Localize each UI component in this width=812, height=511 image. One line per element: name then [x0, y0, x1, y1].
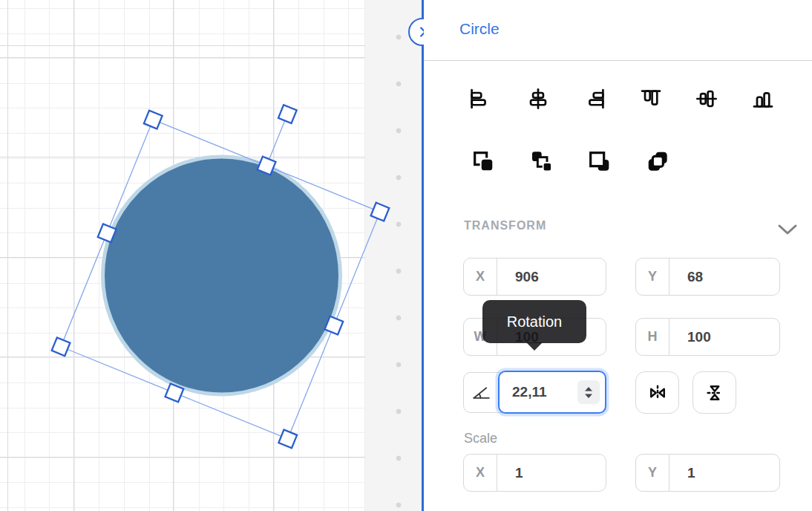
align-middle-vertical-button[interactable] [695, 87, 718, 111]
rotation-tooltip-text: Rotation [507, 313, 563, 331]
format-panel: Circle [424, 0, 812, 511]
tooltip-arrow [526, 342, 543, 351]
align-top-icon [639, 87, 663, 111]
panel-resize-strip[interactable] [365, 0, 422, 511]
y-position-field[interactable]: Y 68 [635, 258, 780, 296]
to-front-icon [471, 149, 495, 173]
x-label: X [464, 258, 497, 295]
scale-x-label: X [464, 455, 497, 491]
x-value[interactable]: 906 [497, 258, 606, 295]
drawing-canvas[interactable] [0, 0, 365, 511]
align-bottom-icon [751, 87, 775, 111]
scale-x-value[interactable]: 1 [497, 455, 606, 491]
height-value[interactable]: 100 [669, 319, 779, 355]
scale-y-value[interactable]: 1 [669, 455, 779, 491]
collapse-section-button[interactable] [776, 223, 799, 236]
flip-vertical-icon [704, 383, 725, 403]
height-label: H [636, 319, 669, 355]
scale-label: Scale [464, 431, 497, 446]
header-divider [424, 60, 812, 61]
stepper-arrows-icon [584, 386, 593, 399]
align-middle-vertical-icon [695, 87, 718, 111]
scale-y-label: Y [636, 455, 669, 491]
move-backward-icon [646, 149, 669, 173]
align-center-horizontal-button[interactable] [526, 87, 550, 111]
rotation-value[interactable]: 22,11 [500, 384, 577, 400]
y-value[interactable]: 68 [669, 258, 779, 295]
angle-icon [464, 373, 499, 412]
align-right-icon [583, 87, 607, 111]
align-center-horizontal-icon [526, 87, 550, 111]
flip-vertical-button[interactable] [693, 371, 736, 414]
y-label: Y [636, 258, 669, 295]
move-backward-button[interactable] [646, 149, 669, 173]
align-right-button[interactable] [583, 87, 607, 111]
chevron-down-icon [776, 223, 799, 236]
to-front-button[interactable] [471, 149, 495, 173]
height-field[interactable]: H 100 [635, 318, 780, 356]
transform-section-label: TRANSFORM [464, 219, 546, 232]
flip-horizontal-icon [647, 383, 668, 403]
align-bottom-button[interactable] [751, 87, 775, 111]
align-top-button[interactable] [639, 87, 663, 111]
move-forward-button[interactable] [529, 149, 553, 173]
to-back-icon [587, 149, 611, 173]
flip-horizontal-button[interactable] [635, 371, 679, 414]
rotation-tooltip: Rotation [482, 300, 586, 343]
rotation-stepper[interactable] [577, 380, 600, 404]
selected-shape-title: Circle [459, 20, 500, 38]
scale-x-field[interactable]: X 1 [463, 454, 606, 492]
align-left-icon [468, 87, 491, 111]
align-left-button[interactable] [468, 87, 491, 111]
to-back-button[interactable] [587, 149, 611, 173]
move-forward-icon [529, 149, 553, 173]
rotation-input[interactable]: 22,11 [498, 371, 606, 414]
scale-y-field[interactable]: Y 1 [635, 454, 780, 492]
x-position-field[interactable]: X 906 [463, 258, 606, 296]
